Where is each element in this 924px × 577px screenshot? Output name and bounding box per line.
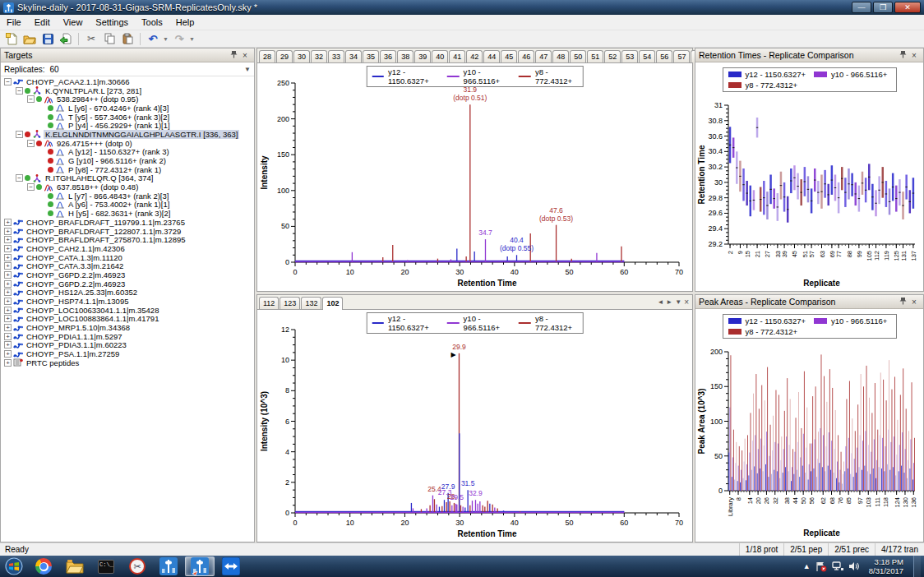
- pin-icon[interactable]: [897, 50, 908, 60]
- menu-view[interactable]: View: [57, 16, 90, 29]
- taskbar-teamviewer-button[interactable]: [216, 556, 246, 576]
- close-icon[interactable]: ×: [908, 51, 920, 60]
- expander-icon[interactable]: +: [4, 271, 12, 279]
- tree-row-protein[interactable]: +CHOYP_G6PD.2.2|m.46923: [1, 270, 254, 279]
- expander-icon[interactable]: −: [27, 183, 35, 191]
- replicate-tab-39[interactable]: 39: [414, 50, 431, 62]
- replicate-tab-48[interactable]: 48: [552, 50, 569, 62]
- cut-button[interactable]: ✂: [83, 31, 99, 46]
- new-document-button[interactable]: [3, 31, 20, 46]
- tree-row-protein[interactable]: +CHOYP_CATA.3.3|m.21642: [1, 261, 254, 270]
- tree-row-precursor[interactable]: −637.8518++ (dotp 0.48): [1, 182, 254, 192]
- replicate-tab-44[interactable]: 44: [483, 50, 500, 62]
- tree-row-prtc[interactable]: +PRTC peptides: [1, 358, 254, 367]
- tree-row-protein[interactable]: +CHOYP_BRAFLDRAFT_275870.1.1|m.12895: [1, 235, 254, 244]
- expander-icon[interactable]: +: [4, 333, 12, 340]
- tree-row-transition[interactable]: A [y12] - 1150.6327+ (rank 3): [1, 148, 254, 157]
- expander-icon[interactable]: −: [27, 140, 35, 147]
- pin-icon[interactable]: [897, 297, 908, 307]
- replicate-tab-52[interactable]: 52: [604, 50, 621, 62]
- scroll-right-icon[interactable]: ►: [666, 298, 672, 306]
- action-center-flag-icon[interactable]: [815, 561, 827, 572]
- menu-file[interactable]: File: [0, 16, 28, 29]
- open-button[interactable]: [21, 31, 38, 46]
- tree-row-protein[interactable]: −CHOYP_ACAA2.1.1|m.30666: [1, 77, 254, 86]
- replicate-tab-132[interactable]: 132: [301, 297, 321, 309]
- tree-row-transition[interactable]: A [y6] - 753.4002+ (rank 1)[1]: [1, 201, 254, 210]
- expander-icon[interactable]: +: [4, 228, 12, 235]
- replicate-tab-32[interactable]: 32: [311, 50, 327, 62]
- menu-tools[interactable]: Tools: [135, 16, 169, 29]
- redo-button[interactable]: ↷: [171, 31, 187, 46]
- replicate-tab-45[interactable]: 45: [501, 50, 517, 62]
- expander-icon[interactable]: +: [4, 350, 12, 358]
- top-chromatogram-chart[interactable]: 010203040506070050100150200250Retention …: [257, 63, 692, 290]
- bottom-chromatogram-chart[interactable]: 010203040506070024681012Retention TimeIn…: [257, 310, 692, 541]
- tree-row-precursor[interactable]: −538.2984++ (dotp 0.95): [1, 95, 254, 104]
- expander-icon[interactable]: +: [4, 245, 12, 252]
- close-tab-icon[interactable]: ×: [684, 298, 689, 307]
- tree-row-transition[interactable]: G [y10] - 966.5116+ (rank 2): [1, 156, 254, 165]
- taskbar-cmd-button[interactable]: C:\_: [91, 556, 121, 576]
- expander-icon[interactable]: +: [4, 262, 12, 270]
- replicate-tab-46[interactable]: 46: [518, 50, 534, 62]
- volume-icon[interactable]: [848, 561, 859, 571]
- tree-row-protein[interactable]: +CHOYP_CAH2.1.1|m.42306: [1, 244, 254, 253]
- menu-help[interactable]: Help: [169, 16, 201, 29]
- tree-row-transition[interactable]: P [y4] - 456.2929+ (rank 1)[1]: [1, 121, 254, 130]
- replicate-tab-36[interactable]: 36: [380, 50, 396, 62]
- taskbar-explorer-button[interactable]: [60, 556, 90, 576]
- expander-icon[interactable]: +: [4, 288, 12, 296]
- replicate-tab-56[interactable]: 56: [656, 50, 672, 62]
- minimize-button[interactable]: —: [852, 2, 871, 13]
- peak-areas-chart[interactable]: 050100150200Library814202632384450566268…: [695, 309, 923, 540]
- tree-row-transition[interactable]: H [y5] - 682.3631+ (rank 3)[2]: [1, 209, 254, 218]
- undo-button[interactable]: ↶: [145, 31, 161, 46]
- tree-row-protein[interactable]: +CHOYP_PDIA3.1.1|m.60223: [1, 341, 254, 350]
- taskbar-skyline-daily-button[interactable]: [185, 556, 215, 576]
- copy-button[interactable]: [101, 31, 118, 46]
- expander-icon[interactable]: +: [4, 341, 12, 349]
- expander-icon[interactable]: −: [27, 95, 35, 103]
- tree-row-transition[interactable]: L [y6] - 670.4246+ (rank 4)[3]: [1, 104, 254, 113]
- expander-icon[interactable]: +: [4, 359, 12, 367]
- expander-icon[interactable]: −: [16, 87, 23, 95]
- tree-row-peptide[interactable]: −K.ELGLNNDITNMNGGAIALGHPLAASGTR.I [336, …: [1, 130, 254, 139]
- replicate-tab-54[interactable]: 54: [639, 50, 655, 62]
- expander-icon[interactable]: +: [4, 236, 12, 243]
- replicate-tab-123[interactable]: 123: [280, 297, 300, 309]
- tree-row-protein[interactable]: +CHOYP_MRP1.5.10|m.34368: [1, 323, 254, 332]
- tree-row-transition[interactable]: P [y8] - 772.4312+ (rank 1): [1, 165, 254, 174]
- menu-settings[interactable]: Settings: [89, 16, 135, 29]
- taskbar-chrome-button[interactable]: [29, 556, 58, 576]
- tree-row-protein[interactable]: +CHOYP_PSA.1.1|m.27259: [1, 349, 254, 358]
- taskbar-clock[interactable]: 3:18 PM 8/31/2017: [864, 557, 908, 575]
- replicate-tab-30[interactable]: 30: [293, 50, 310, 62]
- save-button[interactable]: [39, 31, 56, 46]
- tree-row-protein[interactable]: +CHOYP_CATA.1.3|m.11120: [1, 253, 254, 262]
- tree-row-protein[interactable]: +CHOYP_BRAFLDRAFT_119799.1.1|m.23765: [1, 218, 254, 227]
- paste-button[interactable]: [119, 31, 136, 46]
- tree-row-protein[interactable]: +CHOYP_LOC100883864.1.1|m.41791: [1, 315, 254, 324]
- tree-row-transition[interactable]: T [y5] - 557.3406+ (rank 3)[2]: [1, 113, 254, 122]
- expander-icon[interactable]: +: [4, 298, 12, 305]
- tree-row-protein[interactable]: +CHOYP_LOC100633041.1.1|m.35428: [1, 306, 254, 315]
- close-icon[interactable]: ×: [239, 51, 251, 60]
- replicate-tab-34[interactable]: 34: [345, 50, 362, 62]
- replicate-tab-42[interactable]: 42: [466, 50, 483, 62]
- retention-times-chart[interactable]: 29.229.429.629.83030.230.430.630.8312915…: [695, 62, 923, 290]
- replicate-tab-53[interactable]: 53: [621, 50, 638, 62]
- replicate-tab-50[interactable]: 50: [570, 50, 586, 62]
- start-button[interactable]: [0, 556, 28, 577]
- tray-expand-icon[interactable]: ▲: [803, 562, 811, 570]
- expander-icon[interactable]: −: [16, 174, 23, 182]
- redo-dropdown-icon[interactable]: ▼: [189, 36, 196, 42]
- replicate-tab-28[interactable]: 28: [259, 50, 275, 62]
- tree-row-peptide[interactable]: −K.QYNLTPLAR.L [273, 281]: [1, 86, 254, 95]
- tree-row-precursor[interactable]: −926.4715+++ (dotp 0): [1, 139, 254, 148]
- replicate-tab-51[interactable]: 51: [587, 50, 603, 62]
- replicate-tab-112[interactable]: 112: [259, 297, 279, 309]
- expander-icon[interactable]: −: [16, 131, 23, 138]
- tree-row-protein[interactable]: +CHOYP_HS12A.25.33|m.60352: [1, 288, 254, 298]
- expander-icon[interactable]: +: [4, 219, 12, 226]
